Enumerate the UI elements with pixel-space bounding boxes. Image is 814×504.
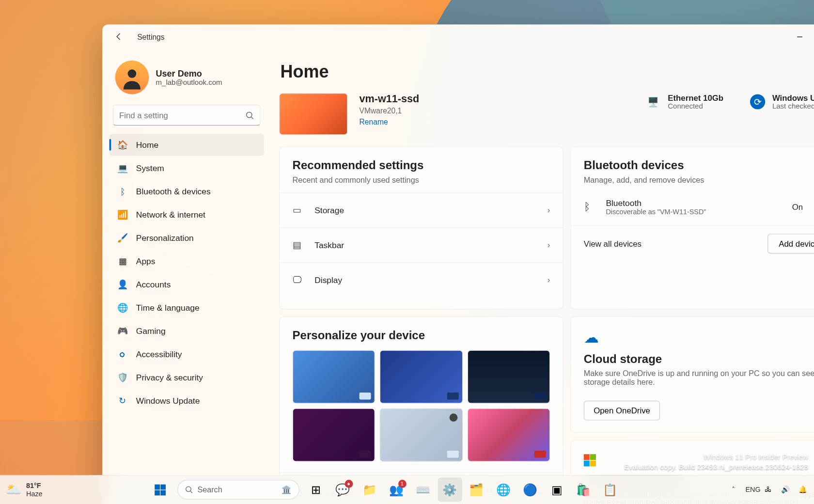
language-indicator[interactable]: ENG [745, 486, 756, 494]
weather-widget[interactable]: 🌥️ 81°F Haze [6, 482, 43, 498]
ethernet-icon: 🖥️ [646, 94, 661, 109]
titlebar: Settings [102, 24, 814, 48]
theme-option-1[interactable] [293, 350, 376, 403]
taskbar: 🌥️ 81°F Haze Search 🏛️ ⊞ 💬● 📁 👥1 ⌨️ ⚙️ 🗂… [0, 475, 814, 504]
start-button[interactable] [148, 477, 172, 502]
weather-icon: 🌥️ [6, 482, 21, 497]
bluetooth-icon: ᛒ [584, 201, 596, 213]
device-name: vm-w11-ssd [360, 93, 420, 105]
svg-point-2 [247, 112, 252, 117]
store-button[interactable]: 🛍️ [571, 477, 595, 502]
sidebar: User Demo m_lab@outlook.com 🏠Home 💻Syste… [102, 49, 271, 504]
microsoft-logo-icon [584, 454, 596, 466]
nav-apps[interactable]: ▦Apps [110, 250, 264, 272]
bluetooth-card: Bluetooth devices Manage, add, and remov… [570, 146, 814, 309]
volume-tray-icon[interactable]: 🔊 [780, 486, 791, 494]
search-graphic-icon: 🏛️ [282, 485, 291, 494]
theme-option-4[interactable] [293, 408, 376, 461]
card-title: Bluetooth devices [584, 159, 814, 173]
card-title: Cloud storage [584, 352, 814, 366]
notes-button[interactable]: 📋 [598, 477, 622, 502]
update-icon: ↻ [117, 395, 128, 406]
svg-point-1 [128, 69, 137, 78]
setting-display[interactable]: 🖵 Display › [280, 262, 563, 297]
add-device-button[interactable]: Add device [767, 234, 814, 253]
accessibility-icon: ⭘ [117, 349, 128, 360]
nav-home[interactable]: 🏠Home [110, 134, 264, 156]
nav-update[interactable]: ↻Windows Update [110, 390, 264, 412]
edge-button[interactable]: 🌐 [491, 477, 515, 502]
edge-dev-button[interactable]: 🔵 [518, 477, 542, 502]
setting-storage[interactable]: ▭ Storage › [280, 192, 563, 227]
bluetooth-label: Bluetooth [606, 198, 783, 207]
profile-name: User Demo [156, 68, 222, 78]
card-subtitle: Manage, add, and remove devices [584, 175, 814, 184]
nav-personalization[interactable]: 🖌️Personalization [110, 227, 264, 249]
theme-option-6[interactable] [467, 408, 550, 461]
back-button[interactable] [110, 29, 127, 45]
nav-time[interactable]: 🌐Time & language [110, 297, 264, 319]
person-icon: 👤 [117, 279, 128, 290]
toggle-state-label: On [792, 203, 803, 212]
main-content: Home vm-w11-ssd VMware20,1 Rename 🖥️ Eth… [271, 49, 814, 504]
sync-icon: ⟳ [750, 94, 765, 109]
notifications-tray-icon[interactable]: 🔔 [798, 486, 808, 494]
taskview-button[interactable]: ⊞ [304, 477, 328, 502]
open-onedrive-button[interactable]: Open OneDrive [584, 401, 660, 421]
profile-block[interactable]: User Demo m_lab@outlook.com [106, 55, 267, 105]
explorer-button[interactable]: 📁 [357, 477, 381, 502]
folder-button[interactable]: 🗂️ [464, 477, 488, 502]
chevron-right-icon: › [548, 276, 550, 284]
bluetooth-sub: Discoverable as "VM-W11-SSD" [606, 207, 783, 216]
system-icon: 💻 [117, 163, 128, 173]
ethernet-status[interactable]: 🖥️ Ethernet 10Gb Connected [646, 93, 723, 110]
profile-email: m_lab@outlook.com [156, 78, 222, 86]
network-tray-icon[interactable]: 🖧 [763, 486, 773, 494]
card-subtitle: Make sure OneDrive is up and running on … [584, 369, 814, 387]
chevron-right-icon: › [548, 206, 550, 215]
minimize-button[interactable] [786, 27, 813, 46]
storage-icon: ▭ [293, 205, 305, 216]
home-icon: 🏠 [117, 140, 128, 150]
card-subtitle: Recent and commonly used settings [293, 175, 550, 184]
bluetooth-icon: ᛒ [117, 186, 128, 197]
setting-taskbar[interactable]: ▤ Taskbar › [280, 227, 563, 262]
cloud-icon: ☁ [584, 329, 814, 346]
recommended-settings-card: Recommended settings Recent and commonly… [279, 146, 564, 309]
app-title: Settings [137, 32, 164, 41]
svg-point-3 [186, 487, 191, 492]
avatar [115, 61, 149, 94]
search-icon [245, 111, 254, 120]
device-model: VMware20,1 [360, 107, 420, 115]
theme-option-5[interactable] [380, 408, 463, 461]
view-all-devices-link[interactable]: View all devices [584, 239, 642, 248]
taskbar-search[interactable]: Search 🏛️ [177, 480, 299, 500]
nav-accounts[interactable]: 👤Accounts [110, 273, 264, 296]
teams-button[interactable]: 👥1 [384, 477, 408, 502]
settings-taskbar-button[interactable]: ⚙️ [438, 477, 462, 502]
card-title: Recommended settings [293, 159, 550, 173]
search-input[interactable] [119, 110, 245, 120]
theme-option-2[interactable] [380, 350, 463, 403]
devhome-button[interactable]: ⌨️ [411, 477, 435, 502]
device-thumbnail [279, 93, 348, 135]
display-icon: 🖵 [293, 275, 305, 285]
terminal-button[interactable]: ▣ [545, 477, 569, 502]
theme-option-3[interactable] [467, 350, 550, 403]
nav-bluetooth[interactable]: ᛒBluetooth & devices [110, 180, 264, 203]
nav-system[interactable]: 💻System [110, 157, 264, 179]
update-status[interactable]: ⟳ Windows Update Last checked: 5 days ag… [750, 93, 814, 110]
nav-gaming[interactable]: 🎮Gaming [110, 320, 264, 342]
taskbar-icon: ▤ [293, 239, 305, 251]
chat-button[interactable]: 💬● [330, 477, 355, 502]
device-header: vm-w11-ssd VMware20,1 Rename 🖥️ Ethernet… [279, 93, 814, 135]
rename-link[interactable]: Rename [360, 117, 388, 126]
page-title: Home [279, 62, 814, 81]
nav-network[interactable]: 📶Network & internet [110, 204, 264, 226]
apps-icon: ▦ [117, 256, 128, 267]
search-box[interactable] [113, 105, 261, 126]
tray-chevron-icon[interactable]: ˄ [728, 486, 738, 494]
nav-privacy[interactable]: 🛡️Privacy & security [110, 366, 264, 389]
nav-accessibility[interactable]: ⭘Accessibility [110, 343, 264, 365]
windows-icon [155, 484, 166, 495]
